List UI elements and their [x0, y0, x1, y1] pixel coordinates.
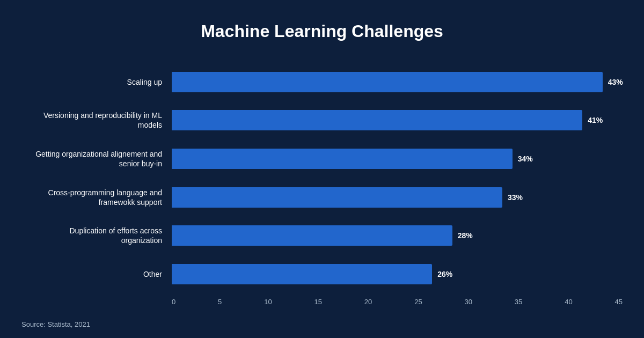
bar-label: Scaling up: [21, 77, 172, 87]
bar-fill: 43%: [172, 72, 603, 92]
x-tick: 25: [414, 298, 422, 306]
bar-label: Other: [21, 269, 172, 279]
x-tick: 40: [565, 298, 572, 306]
bar-track: 33%: [172, 187, 623, 208]
chart-title: Machine Learning Challenges: [21, 16, 623, 47]
bar-row: Versioning and reproducibility in MLmode…: [21, 106, 623, 134]
chart-container: Machine Learning Challenges Scaling up43…: [0, 0, 644, 338]
bar-track: 28%: [172, 225, 623, 246]
x-tick: 20: [364, 298, 372, 306]
bar-row: Cross-programming language andframewokk …: [21, 183, 623, 211]
bar-row: Other26%: [21, 260, 623, 288]
x-tick: 45: [614, 298, 622, 306]
bar-track: 43%: [172, 72, 623, 92]
x-tick: 15: [314, 298, 322, 306]
bars-section: Scaling up43%Versioning and reproducibil…: [21, 63, 623, 293]
bar-value: 26%: [437, 270, 452, 278]
source-text: Source: Statista, 2021: [21, 320, 90, 328]
bar-label: Getting organizational alignement andsen…: [21, 149, 172, 168]
bar-fill: 28%: [172, 225, 452, 246]
x-tick: 5: [218, 298, 222, 306]
bar-fill: 34%: [172, 149, 513, 169]
x-tick: 35: [515, 298, 522, 306]
bar-label: Duplication of efforts acrossorganizatio…: [21, 226, 172, 245]
x-tick: 30: [465, 298, 472, 306]
bar-track: 41%: [172, 110, 623, 130]
bar-value: 28%: [458, 231, 473, 240]
x-tick: 10: [264, 298, 272, 306]
x-axis: 051015202530354045: [172, 298, 623, 306]
bar-label: Cross-programming language andframewokk …: [21, 188, 172, 207]
bar-fill: 41%: [172, 110, 582, 130]
bar-value: 41%: [588, 116, 603, 124]
bar-label: Versioning and reproducibility in MLmode…: [21, 111, 172, 130]
bar-value: 43%: [608, 78, 623, 86]
x-axis-labels: 051015202530354045: [172, 298, 623, 306]
bar-row: Duplication of efforts acrossorganizatio…: [21, 222, 623, 249]
x-tick: 0: [172, 298, 175, 306]
bar-row: Scaling up43%: [21, 68, 623, 96]
bar-row: Getting organizational alignement andsen…: [21, 145, 623, 173]
bar-value: 33%: [508, 193, 523, 202]
chart-area: Scaling up43%Versioning and reproducibil…: [21, 63, 623, 306]
bar-track: 26%: [172, 264, 623, 284]
bar-track: 34%: [172, 149, 623, 169]
bar-value: 34%: [518, 155, 533, 163]
bar-fill: 26%: [172, 264, 432, 284]
bar-fill: 33%: [172, 187, 502, 208]
